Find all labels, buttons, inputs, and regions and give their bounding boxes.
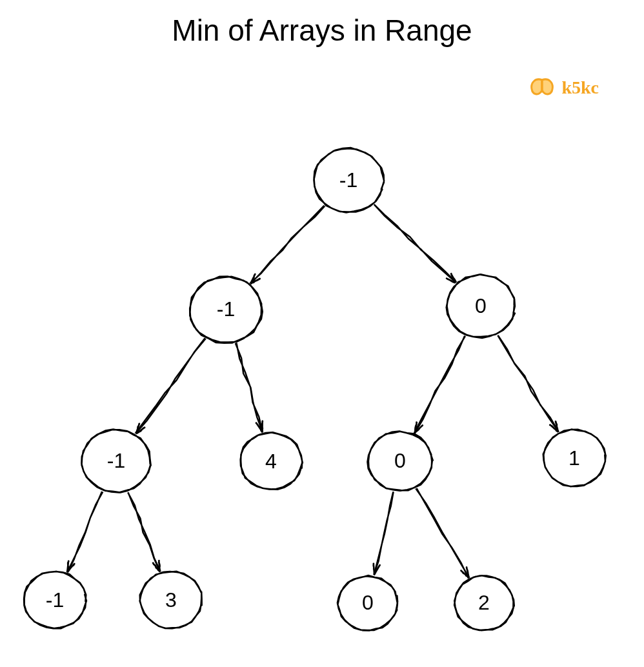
tree-node-value: -1	[339, 168, 357, 192]
tree-edge	[374, 492, 394, 574]
tree-node-value: 1	[569, 446, 580, 470]
tree-edge	[236, 344, 263, 432]
tree-node-rll: 0	[337, 575, 399, 632]
tree-node-ll: -1	[81, 428, 152, 493]
tree-node-rl: 0	[367, 430, 434, 492]
tree-node-lr: 4	[239, 432, 303, 491]
tree-edge	[498, 335, 558, 432]
tree-node-rr: 1	[542, 428, 607, 488]
edges-layer	[0, 0, 644, 667]
tree-edge	[374, 204, 457, 283]
tree-node-lll: -1	[23, 570, 87, 630]
tree-node-r: 0	[445, 274, 516, 339]
tree-node-value: 2	[478, 591, 490, 615]
tree-edge	[250, 205, 325, 284]
tree-node-value: 4	[265, 450, 277, 473]
tree-node-value: -1	[107, 449, 125, 473]
tree-edge	[414, 336, 465, 433]
tree-node-rlr: 2	[453, 575, 515, 632]
tree-node-value: 3	[165, 588, 177, 612]
tree-node-llr: 3	[139, 570, 203, 630]
tree-edge	[128, 493, 160, 572]
tree-edge	[67, 492, 103, 572]
tree-edge	[416, 488, 469, 578]
tree-node-value: 0	[475, 294, 487, 318]
tree-node-value: -1	[217, 297, 235, 321]
tree-node-value: 0	[394, 449, 406, 473]
tree-node-value: -1	[46, 588, 64, 612]
tree-node-value: 0	[362, 591, 374, 615]
tree-node-l: -1	[188, 275, 263, 344]
tree-edge	[136, 338, 206, 433]
tree-node-root: -1	[312, 147, 385, 214]
diagram-stage: Min of Arrays in Range k5kc -1-10-1401-1…	[0, 0, 644, 667]
